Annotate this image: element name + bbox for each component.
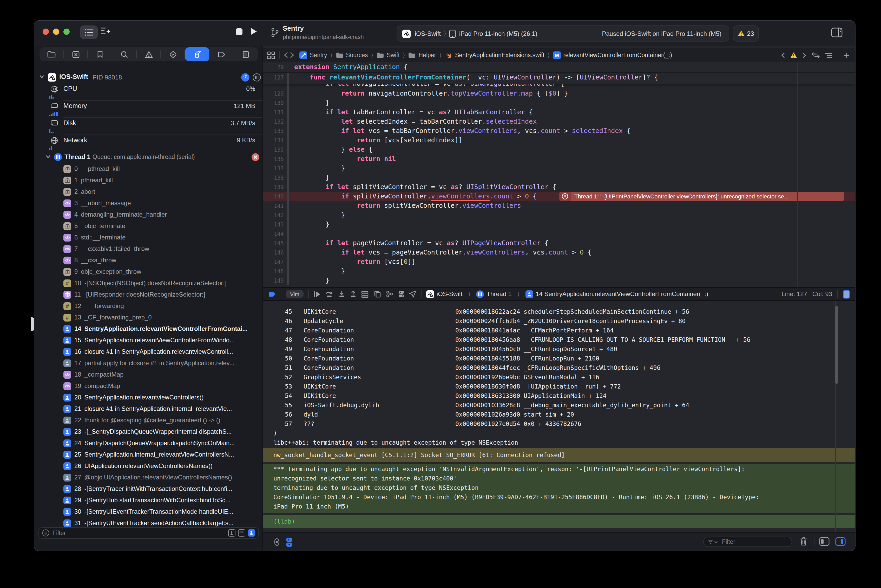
- stack-frame-27[interactable]: 27@objc UIApplication.relevantViewContro…: [34, 472, 263, 483]
- code-line-131[interactable]: 131 if let tabBarController = vc as? UIT…: [263, 108, 855, 117]
- stack-frame-28[interactable]: 28-[SentryTracer initWithTransactionCont…: [34, 483, 263, 495]
- navigator-tab-bookmark[interactable]: [88, 47, 112, 61]
- line-number[interactable]: 143: [263, 220, 284, 229]
- zoom-window-button[interactable]: [63, 28, 70, 35]
- editor-options-icon[interactable]: [825, 52, 833, 58]
- console-panes-icon[interactable]: [286, 537, 293, 547]
- line-number[interactable]: 141: [263, 201, 284, 210]
- breadcrumb-item[interactable]: SentryApplicationExtensions.swift: [445, 51, 544, 59]
- activity-view[interactable]: iOS-Swift ⟩ iPad Pro 11-inch (M5) (26.1)…: [397, 26, 729, 42]
- scheme-destination[interactable]: iPad Pro 11-inch (M5) (26.1): [459, 30, 537, 37]
- source-editor[interactable]: 29extension SentryApplication { 127 func…: [263, 62, 855, 287]
- code-line-148[interactable]: 148 }: [263, 267, 855, 276]
- toggle-variables-view-button[interactable]: [819, 537, 830, 546]
- environment-overrides-icon[interactable]: [398, 290, 404, 298]
- line-number[interactable]: 144: [263, 229, 284, 238]
- code-line-139[interactable]: 139 if let splitViewController = vc as? …: [263, 182, 855, 192]
- stack-frame-14[interactable]: 14SentryApplication.relevantViewControll…: [34, 323, 263, 334]
- console-filter-bar[interactable]: Filter: [703, 537, 792, 547]
- line-number[interactable]: 130: [263, 98, 284, 108]
- debug-view-hierarchy-icon[interactable]: [373, 290, 381, 298]
- code-line-129[interactable]: 129 return navigationController.topViewC…: [263, 89, 855, 98]
- gauge-network[interactable]: Network 9 KB/s: [34, 135, 263, 152]
- stack-frame-10[interactable]: #10-[NSObject(NSObject) doesNotRecognize…: [34, 278, 263, 289]
- navigator-tab-breakpoint[interactable]: [209, 47, 233, 61]
- line-number[interactable]: 142: [263, 210, 284, 220]
- step-over-button[interactable]: [325, 290, 334, 298]
- view-frames-icon[interactable]: [361, 291, 368, 297]
- stack-frame-0[interactable]: 0__pthread_kill: [34, 163, 263, 174]
- line-number[interactable]: 138: [263, 173, 284, 182]
- runtime-error-annotation[interactable]: Thread 1: "-[UIPrintPanelViewController …: [559, 192, 844, 201]
- toggle-console-view-button[interactable]: [835, 537, 846, 546]
- stack-frame-8[interactable]: </>8__cxa_throw: [34, 255, 263, 266]
- counterparts-icon[interactable]: [811, 52, 820, 59]
- window-edge-handle[interactable]: [31, 317, 34, 331]
- thread-row[interactable]: Thread 1 Queue: com.apple.main-thread (s…: [34, 152, 263, 163]
- back-button[interactable]: [284, 52, 288, 58]
- thread-view-icon[interactable]: [253, 73, 261, 81]
- stack-frame-29[interactable]: 29-[SentryHub startTransactionWithContex…: [34, 495, 263, 506]
- line-number[interactable]: 149: [263, 276, 284, 285]
- close-window-button[interactable]: [43, 28, 49, 35]
- show-only-flagged-toggle[interactable]: [228, 529, 236, 537]
- chevron-down-icon[interactable]: [46, 155, 50, 158]
- debug-console[interactable]: 45UIKitCore0x000000018622ac24 schedulerS…: [263, 301, 855, 532]
- line-number[interactable]: 140: [263, 192, 284, 201]
- stack-frame-5[interactable]: 5_objc_terminate: [34, 220, 263, 232]
- trash-icon[interactable]: [800, 537, 807, 546]
- stack-frame-16[interactable]: 16closure #1 in SentryApplication.releva…: [34, 346, 263, 357]
- add-editor-button[interactable]: [843, 52, 850, 58]
- stack-frame-25[interactable]: 25SentryApplication.internal_relevantVie…: [34, 449, 263, 460]
- code-line-142[interactable]: 142 }: [263, 210, 855, 220]
- code-line-138[interactable]: 138 }: [263, 173, 855, 182]
- stack-frame-17[interactable]: 17partial apply for closure #1 in Sentry…: [34, 357, 263, 369]
- toggle-navigator-button[interactable]: [80, 26, 98, 39]
- line-number[interactable]: 147: [263, 257, 284, 267]
- code-line-141[interactable]: 141 return splitViewController.viewContr…: [263, 201, 855, 210]
- vim-mode-badge[interactable]: Vim: [286, 290, 304, 298]
- code-line-146[interactable]: 146 if let vcs = pageViewController.view…: [263, 248, 855, 257]
- breadcrumb-item[interactable]: Swift: [376, 52, 400, 58]
- stack-frame-12[interactable]: #12___forwarding___: [34, 300, 263, 312]
- next-issue-button[interactable]: [803, 52, 806, 58]
- line-number[interactable]: 133: [263, 126, 284, 136]
- step-into-button[interactable]: [338, 290, 345, 298]
- gauge-view-icon[interactable]: [241, 73, 250, 81]
- stack-frame-20[interactable]: 20SentryApplication.relevantviewControll…: [34, 392, 263, 403]
- debug-crumb-thread[interactable]: Thread 1: [487, 290, 511, 298]
- stack-frame-2[interactable]: 2abort: [34, 186, 263, 197]
- stack-frame-11[interactable]: 11-[UIResponder doesNotRecognizeSelector…: [34, 289, 263, 300]
- stack-frame-19[interactable]: </>19compactMap: [34, 380, 263, 392]
- line-number[interactable]: 127: [263, 73, 284, 84]
- line-number[interactable]: 132: [263, 117, 284, 126]
- breadcrumb-item[interactable]: MrelevantViewControllerFromContainer(_:): [553, 51, 672, 59]
- previous-issue-button[interactable]: [781, 52, 785, 58]
- debug-crumb-target[interactable]: iOS-Swift: [437, 290, 463, 298]
- navigator-filter-bar[interactable]: Filter: [39, 527, 259, 538]
- run-button[interactable]: [251, 27, 257, 35]
- code-line-145[interactable]: 145 if let pageViewController = vc as? U…: [263, 238, 855, 248]
- show-only-crashed-toggle[interactable]: [238, 529, 245, 537]
- navigator-tab-x-square[interactable]: [64, 47, 88, 61]
- navigator-tab-search[interactable]: [112, 47, 137, 61]
- navigator-tab-test-diamond[interactable]: [161, 47, 185, 61]
- scheme-target[interactable]: iOS-Swift: [415, 30, 441, 37]
- code-line-135[interactable]: 135 } else {: [263, 145, 855, 154]
- line-number[interactable]: 129: [263, 89, 284, 98]
- gauge-cpu[interactable]: CPU 0%: [34, 84, 263, 101]
- stack-frame-4[interactable]: </>4demangling_terminate_handler: [34, 209, 263, 220]
- stack-frame-1[interactable]: 1pthread_kill: [34, 174, 263, 186]
- code-line-143[interactable]: 143 }: [263, 220, 855, 229]
- line-number[interactable]: 134: [263, 136, 284, 145]
- code-line-133[interactable]: 133 if let vcs = tabBarController.viewCo…: [263, 126, 855, 136]
- stack-frame-13[interactable]: #13_CF_forwarding_prep_0: [34, 312, 263, 323]
- stack-frame-21[interactable]: 21closure #1 in SentryApplication.intern…: [34, 403, 263, 414]
- line-number[interactable]: [263, 84, 284, 88]
- breadcrumb-item[interactable]: Sources: [335, 52, 368, 58]
- intelligence-sparkle-icon[interactable]: [101, 27, 111, 36]
- device-icon[interactable]: [843, 290, 850, 298]
- continue-button[interactable]: [313, 291, 320, 297]
- simulate-location-icon[interactable]: [409, 290, 416, 298]
- gauge-memory[interactable]: Memory 121 MB: [34, 101, 263, 118]
